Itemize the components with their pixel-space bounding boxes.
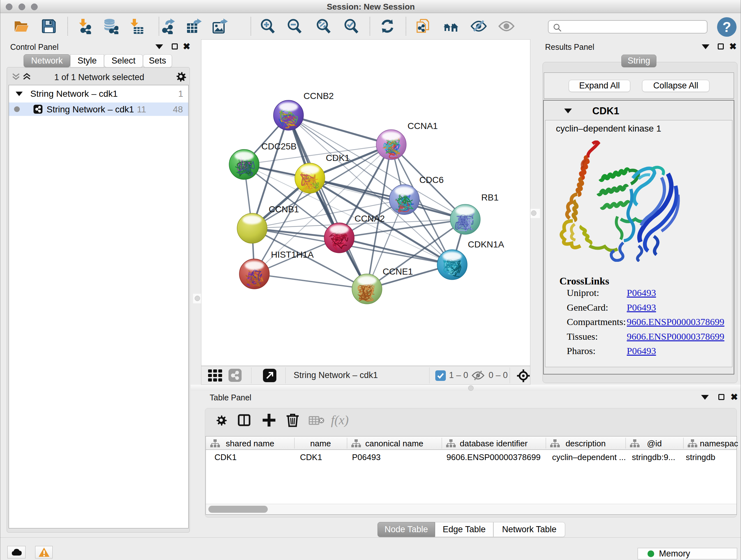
svg-text:HIST1H1A: HIST1H1A [271, 250, 314, 260]
svg-text:CCNE1: CCNE1 [383, 266, 413, 276]
svg-text:CCNA2: CCNA2 [354, 213, 385, 224]
svg-text:CCNB2: CCNB2 [304, 91, 334, 101]
svg-text:CCNB1: CCNB1 [269, 204, 299, 214]
svg-text:CDK1: CDK1 [326, 153, 350, 163]
svg-text:CDC6: CDC6 [419, 175, 444, 185]
svg-text:CDKN1A: CDKN1A [468, 240, 504, 249]
svg-text:CDC25B: CDC25B [261, 141, 296, 151]
svg-text:CCNA1: CCNA1 [408, 121, 438, 131]
svg-text:RB1: RB1 [481, 192, 498, 202]
